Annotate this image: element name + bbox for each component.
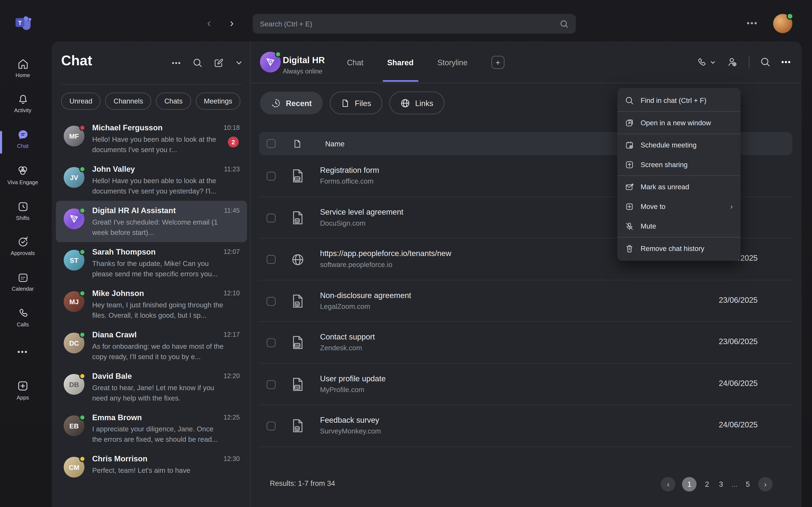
avatar: EB bbox=[64, 415, 84, 436]
row-checkbox[interactable] bbox=[267, 255, 275, 264]
row-checkbox[interactable] bbox=[267, 172, 275, 181]
search-input[interactable]: Search (Ctrl + E) bbox=[253, 14, 576, 34]
chat-preview: I appreciate your diligence, Jane. Once … bbox=[92, 424, 224, 445]
row-checkbox[interactable] bbox=[267, 421, 275, 431]
menu-item-mark-as-unread[interactable]: Mark as unread bbox=[617, 177, 741, 197]
digital-hr-logo-avatar bbox=[260, 52, 281, 72]
conversation-more-icon[interactable]: ••• bbox=[781, 58, 791, 66]
chat-preview: Hello! Have you been able to look at the… bbox=[92, 176, 224, 197]
list-item-selected[interactable]: Digital HR AI Assistant 11:45 Great! I'v… bbox=[56, 201, 247, 242]
menu-item-mute[interactable]: Mute bbox=[617, 216, 741, 236]
settings-more-icon[interactable]: ••• bbox=[747, 18, 758, 27]
menu-item-move-to[interactable]: Move to › bbox=[617, 197, 741, 216]
find-in-chat-icon[interactable] bbox=[760, 57, 770, 67]
link-url[interactable]: https://app.peopleforce.io/tenants/new bbox=[320, 249, 451, 258]
files-button[interactable]: Files bbox=[330, 92, 382, 114]
file-name[interactable]: Contact support bbox=[320, 332, 375, 341]
presence-available-dot bbox=[786, 13, 794, 20]
select-all-checkbox[interactable] bbox=[267, 139, 275, 148]
row-checkbox[interactable] bbox=[267, 297, 275, 305]
presence-dot bbox=[79, 373, 86, 379]
menu-item-remove-chat-history[interactable]: Remove chat history bbox=[617, 238, 741, 258]
tab-chat[interactable]: Chat bbox=[347, 41, 363, 83]
chat-more-icon[interactable]: ••• bbox=[172, 59, 181, 67]
list-item[interactable]: CM Chris Morrison 12:30 Perfect, team! L… bbox=[56, 449, 247, 491]
page-5[interactable]: 5 bbox=[744, 480, 751, 489]
sidebar-item-calendar[interactable]: Calendar bbox=[0, 272, 46, 300]
sidebar-item-approvals[interactable]: Approvals bbox=[0, 236, 46, 265]
table-row[interactable]: W Non-disclosure agreement LegalZoom.com… bbox=[259, 280, 792, 322]
add-people-button[interactable] bbox=[726, 56, 738, 68]
file-name[interactable]: Feedback survey bbox=[320, 415, 379, 425]
sidebar-item-activity[interactable]: Activity bbox=[0, 93, 46, 122]
nav-forward-icon[interactable]: › bbox=[230, 15, 234, 31]
list-item[interactable]: DB David Bale 12:20 Great to hear, Jane!… bbox=[56, 366, 247, 408]
tab-storyline[interactable]: Storyline bbox=[437, 41, 467, 83]
avatar: ST bbox=[64, 250, 84, 271]
nav-back-icon[interactable]: ‹ bbox=[207, 15, 211, 31]
prev-page-button[interactable]: ‹ bbox=[661, 477, 676, 492]
menu-item-find-in-chat[interactable]: Find in chat (Ctrl + F) bbox=[617, 91, 741, 110]
menu-item-screen-sharing[interactable]: Screen sharing bbox=[617, 155, 741, 174]
page-1[interactable]: 1 bbox=[682, 477, 697, 492]
file-name[interactable]: Service level agreement bbox=[320, 207, 403, 216]
digital-hr-logo-avatar bbox=[64, 209, 84, 229]
chat-name: Mike Johnson bbox=[92, 289, 144, 298]
chat-preview: Thanks for the update, Mike! Can you ple… bbox=[92, 259, 224, 279]
list-item[interactable]: JV John Valley 11:23 Hello! Have you bee… bbox=[56, 159, 247, 201]
sidebar-item-calls[interactable]: Calls bbox=[0, 307, 46, 336]
presence-dot bbox=[79, 414, 86, 420]
mic-off-icon bbox=[625, 222, 634, 230]
chat-search-icon[interactable] bbox=[193, 58, 203, 68]
table-row[interactable]: W Feedback survey SurveyMonkey.com 24/06… bbox=[259, 405, 792, 447]
mail-unread-icon bbox=[625, 182, 634, 191]
table-row[interactable]: PDF Contact support Zendesk.com 23/06/20… bbox=[259, 322, 792, 363]
chat-name: Michael Fergusson bbox=[92, 123, 163, 132]
list-item[interactable]: ST Sarah Thompson 12:07 Thanks for the u… bbox=[56, 242, 247, 283]
filter-chip-meetings[interactable]: Meetings bbox=[196, 93, 241, 110]
next-page-button[interactable]: › bbox=[758, 477, 773, 492]
chat-name: Sarah Thompson bbox=[92, 247, 156, 256]
user-avatar[interactable] bbox=[773, 14, 792, 33]
row-checkbox[interactable] bbox=[267, 380, 275, 389]
new-chat-icon[interactable] bbox=[214, 58, 224, 68]
sidebar-item-shifts[interactable]: Shifts bbox=[0, 201, 46, 230]
list-item[interactable]: MJ Mike Johnson 12:10 Hey team, I just f… bbox=[56, 283, 247, 325]
app-rail: T Home Activity Chat Viva Engage Shifts … bbox=[0, 0, 46, 507]
page-2[interactable]: 2 bbox=[704, 480, 711, 489]
tab-shared[interactable]: Shared bbox=[387, 41, 414, 83]
conversation-tabs: Chat Shared Storyline + bbox=[347, 41, 504, 83]
menu-item-open-new-window[interactable]: Open in a new window bbox=[617, 113, 741, 132]
sidebar-item-chat[interactable]: Chat bbox=[0, 129, 46, 158]
recent-button[interactable]: Recent bbox=[260, 92, 322, 114]
list-item[interactable]: EB Emma Brown 12:25 I appreciate your di… bbox=[56, 408, 247, 449]
file-name[interactable]: Registration form bbox=[320, 166, 379, 174]
row-checkbox[interactable] bbox=[267, 338, 275, 347]
row-checkbox[interactable] bbox=[267, 213, 275, 222]
list-item[interactable]: DC Diana Crawl 12:17 As for onboarding: … bbox=[56, 325, 247, 366]
call-button[interactable] bbox=[696, 57, 716, 67]
avatar: CM bbox=[64, 457, 84, 477]
sidebar-item-home[interactable]: Home bbox=[0, 58, 46, 87]
filter-chip-channels[interactable]: Channels bbox=[105, 93, 151, 110]
add-tab-button[interactable]: + bbox=[492, 56, 504, 68]
divider bbox=[61, 84, 241, 85]
menu-item-schedule-meeting[interactable]: Schedule meeting bbox=[617, 135, 741, 155]
filter-chip-chats[interactable]: Chats bbox=[156, 93, 191, 110]
list-item[interactable]: MF Michael Fergusson 10:18 Hello! Have y… bbox=[56, 118, 247, 159]
file-name[interactable]: User profile update bbox=[320, 374, 386, 383]
file-name[interactable]: Non-disclosure agreement bbox=[320, 290, 411, 299]
chat-time: 12:10 bbox=[223, 290, 240, 297]
rail-more-icon[interactable]: ••• bbox=[0, 348, 46, 360]
sidebar-item-viva-engage[interactable]: Viva Engage bbox=[0, 165, 46, 193]
sidebar-item-label: Shifts bbox=[16, 215, 30, 221]
chat-name: David Bale bbox=[92, 372, 132, 380]
chevron-down-icon[interactable] bbox=[235, 59, 243, 67]
table-row[interactable]: PDF User profile update MyProfile.com 24… bbox=[259, 363, 792, 405]
links-button[interactable]: Links bbox=[389, 92, 444, 114]
column-header-name[interactable]: Name bbox=[325, 139, 345, 148]
recent-clock-icon bbox=[271, 98, 281, 108]
sidebar-item-apps[interactable]: Apps bbox=[0, 380, 46, 409]
filter-chip-unread[interactable]: Unread bbox=[61, 93, 101, 110]
page-3[interactable]: 3 bbox=[717, 480, 725, 489]
